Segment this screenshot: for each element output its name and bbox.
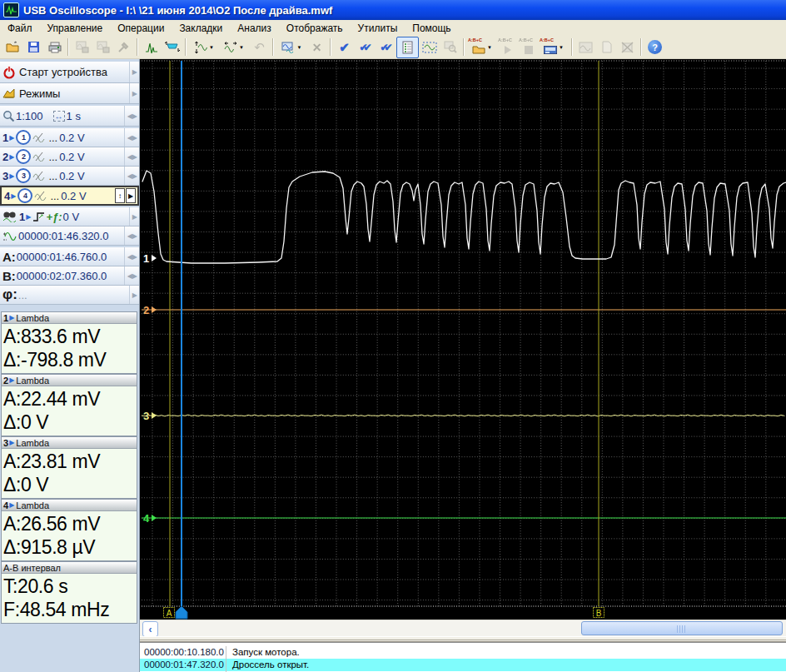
amplitude-scale-button[interactable]: ▼: [189, 37, 219, 57]
time-scale-button[interactable]: ▼: [219, 37, 249, 57]
channel-dots: ...: [48, 151, 57, 163]
marker-a-row[interactable]: A: 00000:01:46.760.0 ◀▶: [0, 247, 139, 266]
region-select-button[interactable]: [419, 37, 440, 57]
channel-row-1[interactable]: 1▶ 1 ... 0.2 V ◀▶: [0, 128, 139, 147]
measure-panel-ch2: 2▶Lambda A:22.44 mVΔ:0 V: [1, 374, 137, 436]
channel-number: 3: [2, 170, 8, 182]
zoom-ratio-value[interactable]: 1:100: [16, 110, 43, 122]
channel-probe-icon[interactable]: 1: [16, 130, 31, 145]
panel-title: Lambda: [16, 313, 49, 323]
menu-item-bookmarks[interactable]: Закладки: [172, 21, 230, 36]
accept-forward-button[interactable]: ✔✔: [355, 37, 376, 57]
channel-probe-icon[interactable]: 4: [17, 188, 32, 203]
help-button[interactable]: ?: [644, 37, 665, 57]
adjust-arrows-icon[interactable]: ↕▶: [112, 187, 136, 204]
channel-range-value[interactable]: 0.2 V: [59, 170, 84, 182]
oscilloscope-plot[interactable]: 1234AB: [140, 59, 786, 620]
channel-row-3[interactable]: 3▶ 3 ... 0.2 V ◀▶: [0, 167, 139, 186]
expand-arrow-icon[interactable]: ▶: [129, 207, 137, 226]
abc-script-panel-button[interactable]: A:B+C ▼: [539, 37, 569, 57]
sweep-time-value[interactable]: 1 s: [67, 110, 81, 122]
log-note: Запуск мотора.: [226, 646, 300, 659]
menu-item-file[interactable]: Файл: [0, 21, 40, 36]
toolbar-separator: [330, 38, 331, 56]
marker-a-time[interactable]: 00000:01:46.760.0: [17, 251, 107, 263]
channel-range-value[interactable]: 0.2 V: [59, 132, 84, 144]
expand-arrow-icon[interactable]: ▶: [129, 62, 137, 82]
menu-item-utilities[interactable]: Утилиты: [351, 21, 405, 36]
position-time-value[interactable]: 00000:01:46.320.0: [18, 230, 108, 242]
menu-item-help[interactable]: Помощь: [405, 21, 458, 36]
start-device-row[interactable]: Старт устройства ▶: [0, 62, 139, 83]
adjust-arrows-icon[interactable]: ◀▶: [124, 266, 137, 285]
trigger-row[interactable]: 1▶ +ƒ: 0 V ▶: [0, 207, 139, 226]
menu-item-operations[interactable]: Операции: [110, 21, 172, 36]
adjust-arrows-icon[interactable]: ◀▶: [124, 147, 137, 166]
dropdown-arrow-icon[interactable]: ▼: [239, 45, 244, 50]
marker-b-time[interactable]: 00000:02:07.360.0: [17, 270, 107, 282]
trigger-func-label: +ƒ:: [46, 211, 62, 223]
impulse-button[interactable]: [141, 37, 162, 57]
horizontal-scrollbar[interactable]: ‹: [140, 620, 786, 636]
channel-row-2[interactable]: 2▶ 2 ... 0.2 V ◀▶: [0, 147, 139, 167]
power-icon: [2, 66, 16, 79]
log-row-selected[interactable]: 00000:01:47.320.0 Дроссель открыт.: [140, 659, 786, 671]
toolbar-separator: [640, 38, 642, 56]
panel-splitter[interactable]: [140, 636, 786, 642]
panel-channel: 1: [3, 313, 8, 323]
menu-item-display[interactable]: Отображать: [279, 21, 351, 36]
expand-arrow-icon[interactable]: ▶: [129, 83, 137, 103]
adjust-arrows-icon[interactable]: ◀▶: [124, 167, 137, 185]
marker-b-label: B:: [2, 269, 16, 283]
dropdown-arrow-icon[interactable]: ▼: [559, 45, 564, 50]
accept-button[interactable]: ✔: [334, 37, 355, 57]
expand-arrow-icon[interactable]: ▶: [129, 286, 137, 304]
adjust-arrows-icon[interactable]: ◀▶: [124, 106, 137, 126]
view-mode-button[interactable]: ▼: [276, 37, 306, 57]
channel-range-value[interactable]: 0.2 V: [59, 151, 84, 163]
app-window: USB Oscilloscope - I:\ \21 июня 2014\О2 …: [0, 0, 786, 672]
modes-icon: [2, 87, 16, 99]
log-row[interactable]: 00000:00:10.180.0 Запуск мотора.: [140, 646, 786, 659]
dropdown-arrow-icon[interactable]: ▼: [297, 45, 302, 50]
accept-all-button[interactable]: ✔✔: [376, 37, 396, 57]
marker-b-row[interactable]: B: 00000:02:07.360.0 ◀▶: [0, 266, 139, 286]
channel-range-value[interactable]: 0.2 V: [61, 190, 86, 202]
report-button[interactable]: [396, 37, 419, 58]
trigger-level-value[interactable]: 0 V: [63, 211, 80, 223]
scroll-left-button[interactable]: ‹: [142, 621, 158, 637]
abc-script-stop-button: A:B+C: [518, 37, 539, 57]
menu-item-analysis[interactable]: Анализ: [230, 21, 279, 36]
copy-fragment-button: [92, 37, 113, 57]
toolbar: ▼ ▼ ↶ ▼ ✕ ✔ ✔✔ ✔✔ A:B+C ▼ A:B+C A:B+C A:…: [0, 36, 786, 59]
dropdown-arrow-icon[interactable]: ▼: [209, 45, 214, 50]
abc-script-open-button[interactable]: A:B+C ▼: [467, 37, 497, 57]
menu-item-control[interactable]: Управление: [40, 21, 111, 36]
open-file-button[interactable]: [2, 37, 23, 57]
channel-probe-icon[interactable]: 2: [16, 149, 31, 164]
title-bar[interactable]: USB Oscilloscope - I:\ \21 июня 2014\О2 …: [0, 0, 786, 20]
position-row[interactable]: 00000:01:46.320.0 ◀▶: [0, 226, 139, 246]
channel-row-4-selected[interactable]: 4▶ 4 ... 0.2 V ↕▶: [0, 186, 139, 206]
adjust-arrows-icon[interactable]: ◀▶: [124, 128, 137, 147]
coupling-wave-icon: [32, 132, 45, 142]
bookmark-button[interactable]: [162, 37, 182, 57]
dropdown-arrow-icon[interactable]: ▼: [487, 45, 492, 50]
modes-row[interactable]: Режимы ▶: [0, 83, 139, 104]
channel-arrow-icon: ▶: [9, 439, 14, 446]
scrollbar-thumb[interactable]: [581, 621, 783, 635]
print-button[interactable]: [44, 37, 65, 57]
scale-row[interactable]: 1:100 ↔ 1 s ◀▶: [0, 106, 139, 127]
adjust-arrows-icon[interactable]: ◀▶: [124, 226, 137, 245]
marker-a-label: A:: [2, 250, 16, 264]
adjust-arrows-icon[interactable]: ◀▶: [124, 247, 137, 266]
measure-value-delta: Δ:0 V: [3, 473, 137, 496]
channel-probe-icon[interactable]: 3: [16, 168, 31, 183]
save-button[interactable]: [23, 37, 44, 57]
thumb-grip-icon: [677, 625, 687, 633]
svg-text:3: 3: [143, 410, 149, 422]
window-title: USB Oscilloscope - I:\ \21 июня 2014\О2 …: [23, 4, 332, 17]
measure-value-t: T:20.6 s: [3, 575, 137, 598]
channel-arrow-icon: ▶: [9, 314, 14, 321]
phase-row[interactable]: φ: ... ▶: [0, 286, 139, 305]
